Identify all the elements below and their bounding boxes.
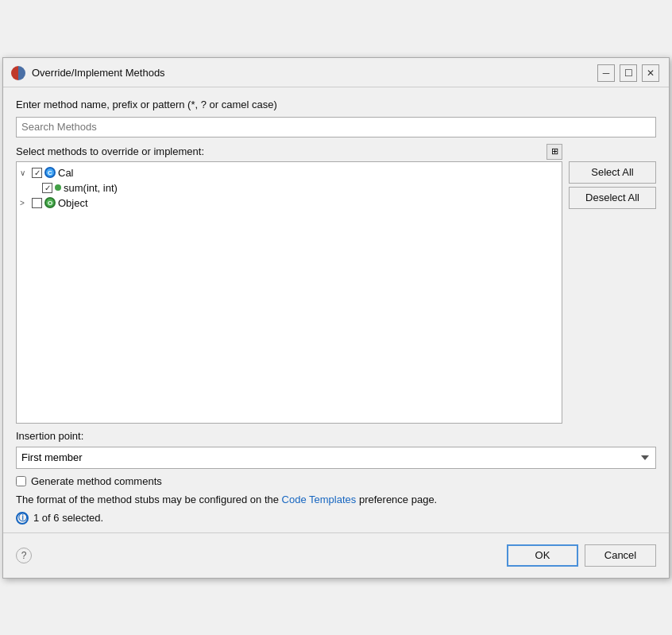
methods-label: Select methods to override or implement: bbox=[16, 145, 204, 157]
sum-label: sum(int, int) bbox=[64, 182, 118, 194]
generate-comments-row: Generate method comments bbox=[16, 475, 656, 487]
footer-buttons: OK Cancel bbox=[507, 544, 656, 567]
expand-all-button[interactable]: ⊞ bbox=[546, 144, 562, 160]
insertion-select[interactable]: First member Last member After cursor bbox=[16, 447, 656, 469]
object-checkbox[interactable] bbox=[32, 198, 42, 208]
info-text-row: The format of the method stubs may be co… bbox=[16, 494, 656, 505]
tree-item-cal[interactable]: ∨ C Cal bbox=[17, 165, 562, 180]
dialog: Override/Implement Methods ─ ☐ ✕ Enter m… bbox=[2, 57, 670, 579]
cal-label: Cal bbox=[58, 167, 74, 179]
maximize-button[interactable]: ☐ bbox=[620, 64, 637, 82]
deselect-all-button[interactable]: Deselect All bbox=[569, 187, 656, 209]
generate-comments-checkbox[interactable] bbox=[16, 476, 26, 486]
expand-icon: ⊞ bbox=[551, 146, 558, 157]
dialog-body: Enter method name, prefix or pattern (*,… bbox=[3, 87, 669, 532]
insertion-label: Insertion point: bbox=[16, 430, 656, 442]
object-label: Object bbox=[58, 197, 88, 209]
insertion-section: Insertion point: First member Last membe… bbox=[16, 430, 656, 469]
help-button[interactable]: ? bbox=[16, 548, 32, 563]
cal-arrow[interactable]: ∨ bbox=[20, 168, 29, 177]
info-text-post: preference page. bbox=[356, 494, 437, 505]
sum-checkbox[interactable] bbox=[42, 183, 52, 193]
title-bar: Override/Implement Methods ─ ☐ ✕ bbox=[3, 58, 669, 87]
tree-item-sum[interactable]: sum(int, int) bbox=[17, 180, 562, 196]
window-controls: ─ ☐ ✕ bbox=[597, 64, 659, 82]
tree-item-object[interactable]: > O Object bbox=[17, 196, 562, 211]
prompt-label: Enter method name, prefix or pattern (*,… bbox=[16, 99, 656, 110]
info-icon: ⓘ bbox=[16, 512, 29, 525]
ok-button[interactable]: OK bbox=[507, 544, 578, 567]
cal-interface-icon: C bbox=[44, 167, 56, 178]
select-all-button[interactable]: Select All bbox=[569, 161, 656, 184]
dialog-footer: ? OK Cancel bbox=[3, 536, 669, 578]
middle-section: Select methods to override or implement:… bbox=[16, 144, 656, 424]
app-icon bbox=[11, 66, 25, 80]
info-text-pre: The format of the method stubs may be co… bbox=[16, 494, 282, 505]
status-row: ⓘ 1 of 6 selected. bbox=[16, 512, 656, 525]
search-input[interactable] bbox=[16, 117, 656, 137]
object-class-icon: O bbox=[44, 197, 56, 208]
cancel-button[interactable]: Cancel bbox=[585, 544, 656, 567]
dialog-title: Override/Implement Methods bbox=[32, 67, 591, 79]
sum-dot-icon bbox=[55, 184, 61, 191]
object-arrow[interactable]: > bbox=[20, 199, 29, 207]
minimize-button[interactable]: ─ bbox=[597, 64, 615, 82]
methods-list[interactable]: ∨ C Cal sum(int, int) > bbox=[16, 161, 562, 424]
close-button[interactable]: ✕ bbox=[642, 64, 659, 82]
cal-checkbox[interactable] bbox=[32, 168, 42, 178]
code-templates-link[interactable]: Code Templates bbox=[282, 494, 357, 505]
generate-comments-label: Generate method comments bbox=[31, 475, 162, 487]
side-buttons: Select All Deselect All bbox=[569, 144, 656, 209]
methods-panel: Select methods to override or implement:… bbox=[16, 144, 562, 424]
methods-header: Select methods to override or implement:… bbox=[16, 144, 562, 160]
footer-divider bbox=[3, 532, 669, 533]
status-text: 1 of 6 selected. bbox=[33, 512, 103, 524]
